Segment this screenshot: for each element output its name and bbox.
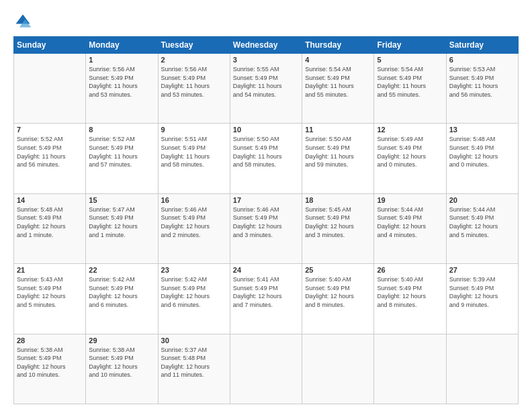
day-cell: 26Sunrise: 5:40 AM Sunset: 5:49 PM Dayli… [374, 264, 446, 334]
cell-text: Sunrise: 5:38 AM Sunset: 5:49 PM Dayligh… [89, 346, 154, 379]
cell-text: Sunrise: 5:37 AM Sunset: 5:48 PM Dayligh… [161, 346, 227, 379]
day-number: 12 [377, 126, 443, 134]
cell-text: Sunrise: 5:54 AM Sunset: 5:49 PM Dayligh… [377, 65, 443, 99]
day-number: 15 [89, 196, 154, 204]
calendar-header: SundayMondayTuesdayWednesdayThursdayFrid… [14, 37, 519, 54]
day-number: 18 [305, 196, 371, 204]
logo-icon [13, 12, 32, 31]
header-cell-friday: Friday [374, 37, 446, 54]
day-number: 11 [305, 126, 371, 134]
cell-text: Sunrise: 5:54 AM Sunset: 5:49 PM Dayligh… [305, 65, 371, 99]
day-cell: 19Sunrise: 5:44 AM Sunset: 5:49 PM Dayli… [374, 193, 446, 263]
day-cell: 24Sunrise: 5:41 AM Sunset: 5:49 PM Dayli… [230, 264, 302, 334]
day-number: 8 [89, 126, 154, 134]
day-number: 19 [377, 196, 443, 204]
cell-text: Sunrise: 5:42 AM Sunset: 5:49 PM Dayligh… [89, 275, 154, 309]
day-cell: 23Sunrise: 5:42 AM Sunset: 5:49 PM Dayli… [158, 264, 230, 334]
cell-text: Sunrise: 5:48 AM Sunset: 5:49 PM Dayligh… [17, 205, 83, 239]
day-number: 22 [89, 266, 154, 274]
cell-text: Sunrise: 5:52 AM Sunset: 5:49 PM Dayligh… [17, 135, 83, 169]
header-cell-sunday: Sunday [14, 37, 86, 54]
cell-text: Sunrise: 5:40 AM Sunset: 5:49 PM Dayligh… [305, 275, 371, 309]
cell-text: Sunrise: 5:38 AM Sunset: 5:49 PM Dayligh… [17, 346, 83, 379]
cell-text: Sunrise: 5:50 AM Sunset: 5:49 PM Dayligh… [305, 135, 371, 169]
cell-text: Sunrise: 5:46 AM Sunset: 5:49 PM Dayligh… [161, 205, 227, 239]
day-cell [14, 54, 86, 124]
cell-text: Sunrise: 5:50 AM Sunset: 5:49 PM Dayligh… [233, 135, 299, 169]
cell-text: Sunrise: 5:42 AM Sunset: 5:49 PM Dayligh… [161, 275, 227, 309]
day-cell [230, 334, 302, 404]
day-cell: 7Sunrise: 5:52 AM Sunset: 5:49 PM Daylig… [14, 124, 86, 193]
week-row-1: 1Sunrise: 5:56 AM Sunset: 5:49 PM Daylig… [14, 54, 519, 124]
day-number: 30 [161, 336, 227, 345]
day-number: 13 [449, 126, 515, 134]
cell-text: Sunrise: 5:53 AM Sunset: 5:49 PM Dayligh… [449, 65, 515, 99]
day-cell: 29Sunrise: 5:38 AM Sunset: 5:49 PM Dayli… [86, 334, 158, 404]
day-cell: 18Sunrise: 5:45 AM Sunset: 5:49 PM Dayli… [302, 193, 374, 263]
day-cell: 13Sunrise: 5:48 AM Sunset: 5:49 PM Dayli… [446, 124, 518, 193]
day-number: 17 [233, 196, 299, 204]
day-cell: 28Sunrise: 5:38 AM Sunset: 5:49 PM Dayli… [14, 334, 86, 404]
day-cell: 11Sunrise: 5:50 AM Sunset: 5:49 PM Dayli… [302, 124, 374, 193]
day-number: 23 [161, 266, 227, 274]
day-cell: 6Sunrise: 5:53 AM Sunset: 5:49 PM Daylig… [446, 54, 518, 124]
day-cell: 27Sunrise: 5:39 AM Sunset: 5:49 PM Dayli… [446, 264, 518, 334]
cell-text: Sunrise: 5:39 AM Sunset: 5:49 PM Dayligh… [449, 275, 515, 309]
cell-text: Sunrise: 5:47 AM Sunset: 5:49 PM Dayligh… [89, 205, 154, 239]
day-number: 24 [233, 266, 299, 274]
day-cell: 30Sunrise: 5:37 AM Sunset: 5:48 PM Dayli… [158, 334, 230, 404]
week-row-5: 28Sunrise: 5:38 AM Sunset: 5:49 PM Dayli… [14, 334, 519, 404]
day-cell: 10Sunrise: 5:50 AM Sunset: 5:49 PM Dayli… [230, 124, 302, 193]
day-number: 9 [161, 126, 227, 134]
day-number: 5 [377, 56, 443, 64]
day-cell: 1Sunrise: 5:56 AM Sunset: 5:49 PM Daylig… [86, 54, 158, 124]
day-number: 29 [89, 336, 154, 345]
day-cell: 25Sunrise: 5:40 AM Sunset: 5:49 PM Dayli… [302, 264, 374, 334]
cell-text: Sunrise: 5:40 AM Sunset: 5:49 PM Dayligh… [377, 275, 443, 309]
header-cell-monday: Monday [86, 37, 158, 54]
week-row-3: 14Sunrise: 5:48 AM Sunset: 5:49 PM Dayli… [14, 193, 519, 263]
day-cell: 22Sunrise: 5:42 AM Sunset: 5:49 PM Dayli… [86, 264, 158, 334]
cell-text: Sunrise: 5:43 AM Sunset: 5:49 PM Dayligh… [17, 275, 83, 309]
day-number: 27 [449, 266, 515, 274]
day-number: 3 [233, 56, 299, 64]
day-cell: 21Sunrise: 5:43 AM Sunset: 5:49 PM Dayli… [14, 264, 86, 334]
day-cell: 9Sunrise: 5:51 AM Sunset: 5:49 PM Daylig… [158, 124, 230, 193]
day-number: 26 [377, 266, 443, 274]
page: SundayMondayTuesdayWednesdayThursdayFrid… [0, 0, 532, 411]
day-number: 20 [449, 196, 515, 204]
header-cell-wednesday: Wednesday [230, 37, 302, 54]
day-cell: 14Sunrise: 5:48 AM Sunset: 5:49 PM Dayli… [14, 193, 86, 263]
day-cell: 16Sunrise: 5:46 AM Sunset: 5:49 PM Dayli… [158, 193, 230, 263]
cell-text: Sunrise: 5:56 AM Sunset: 5:49 PM Dayligh… [89, 65, 154, 99]
day-cell: 2Sunrise: 5:56 AM Sunset: 5:49 PM Daylig… [158, 54, 230, 124]
cell-text: Sunrise: 5:52 AM Sunset: 5:49 PM Dayligh… [89, 135, 154, 169]
day-number: 4 [305, 56, 371, 64]
cell-text: Sunrise: 5:44 AM Sunset: 5:49 PM Dayligh… [449, 205, 515, 239]
cell-text: Sunrise: 5:56 AM Sunset: 5:49 PM Dayligh… [161, 65, 227, 99]
day-cell [446, 334, 518, 404]
cell-text: Sunrise: 5:41 AM Sunset: 5:49 PM Dayligh… [233, 275, 299, 309]
day-cell: 3Sunrise: 5:55 AM Sunset: 5:49 PM Daylig… [230, 54, 302, 124]
day-number: 16 [161, 196, 227, 204]
day-cell [374, 334, 446, 404]
day-cell: 12Sunrise: 5:49 AM Sunset: 5:49 PM Dayli… [374, 124, 446, 193]
day-number: 28 [17, 336, 83, 345]
header [13, 12, 519, 31]
day-cell: 5Sunrise: 5:54 AM Sunset: 5:49 PM Daylig… [374, 54, 446, 124]
cell-text: Sunrise: 5:55 AM Sunset: 5:49 PM Dayligh… [233, 65, 299, 99]
day-number: 10 [233, 126, 299, 134]
day-number: 21 [17, 266, 83, 274]
day-number: 6 [449, 56, 515, 64]
day-number: 25 [305, 266, 371, 274]
calendar-table: SundayMondayTuesdayWednesdayThursdayFrid… [13, 36, 519, 404]
day-number: 1 [89, 56, 154, 64]
header-cell-saturday: Saturday [446, 37, 518, 54]
header-cell-tuesday: Tuesday [158, 37, 230, 54]
cell-text: Sunrise: 5:49 AM Sunset: 5:49 PM Dayligh… [377, 135, 443, 169]
day-cell: 4Sunrise: 5:54 AM Sunset: 5:49 PM Daylig… [302, 54, 374, 124]
cell-text: Sunrise: 5:44 AM Sunset: 5:49 PM Dayligh… [377, 205, 443, 239]
day-cell: 20Sunrise: 5:44 AM Sunset: 5:49 PM Dayli… [446, 193, 518, 263]
cell-text: Sunrise: 5:46 AM Sunset: 5:49 PM Dayligh… [233, 205, 299, 239]
header-cell-thursday: Thursday [302, 37, 374, 54]
